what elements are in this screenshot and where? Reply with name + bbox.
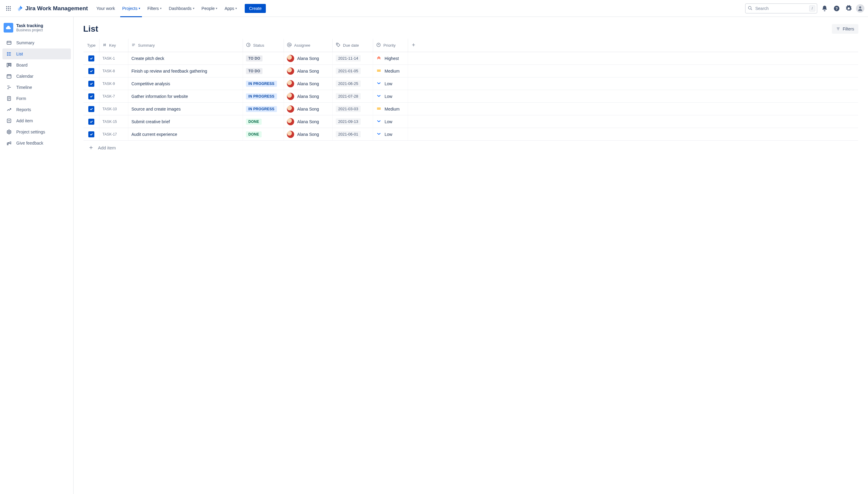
notifications-button[interactable] xyxy=(820,4,829,13)
cell-status[interactable]: TO DO xyxy=(243,52,283,64)
cell-spacer xyxy=(408,90,418,102)
cell-status[interactable]: DONE xyxy=(243,128,283,140)
search-input[interactable] xyxy=(745,3,817,14)
table-row[interactable]: TASK-15Submit creative briefDONEAlana So… xyxy=(84,115,858,128)
sidebar-item-add[interactable]: Add item xyxy=(2,115,71,126)
list-icon xyxy=(6,51,12,57)
cell-status[interactable]: DONE xyxy=(243,115,283,128)
cell-type[interactable] xyxy=(84,115,99,128)
project-header[interactable]: Task tracking Business project xyxy=(2,22,71,37)
nav-projects[interactable]: Projects▾ xyxy=(119,4,143,13)
cell-duedate[interactable]: 2021-11-14 xyxy=(332,52,373,64)
sidebar-item-list[interactable]: List xyxy=(2,49,71,59)
app-switcher[interactable] xyxy=(4,4,13,13)
cell-summary[interactable]: Submit creative brief xyxy=(128,115,243,128)
cell-summary[interactable]: Audit current experience xyxy=(128,128,243,140)
cell-assignee[interactable]: Alana Song xyxy=(283,115,332,128)
cell-duedate[interactable]: 2021-09-13 xyxy=(332,115,373,128)
cell-summary[interactable]: Create pitch deck xyxy=(128,52,243,64)
cell-priority[interactable]: Medium xyxy=(373,103,408,115)
table-row[interactable]: TASK-9Competitive analysisIN PROGRESSAla… xyxy=(84,77,858,90)
add-item-row[interactable]: Add item xyxy=(84,141,858,154)
sidebar-item-summary[interactable]: Summary xyxy=(2,37,71,48)
cell-key[interactable]: TASK-15 xyxy=(99,115,128,128)
sidebar-item-reports[interactable]: Reports xyxy=(2,104,71,115)
cell-key[interactable]: TASK-1 xyxy=(99,52,128,64)
cell-assignee[interactable]: Alana Song xyxy=(283,65,332,77)
cell-assignee[interactable]: Alana Song xyxy=(283,128,332,140)
col-key[interactable]: Key xyxy=(99,39,128,52)
cell-duedate[interactable]: 2021-06-01 xyxy=(332,128,373,140)
table-row[interactable]: TASK-7Gather information for websiteIN P… xyxy=(84,90,858,103)
task-type-icon xyxy=(88,81,94,87)
cell-summary[interactable]: Competitive analysis xyxy=(128,77,243,90)
cell-type[interactable] xyxy=(84,128,99,140)
col-add[interactable] xyxy=(408,39,418,52)
sidebar-item-feedback[interactable]: Give feedback xyxy=(2,138,71,149)
cell-priority[interactable]: Low xyxy=(373,128,408,140)
avatar xyxy=(287,93,294,100)
cell-status[interactable]: IN PROGRESS xyxy=(243,103,283,115)
nav-apps[interactable]: Apps▾ xyxy=(222,4,240,13)
priority-icon xyxy=(376,68,382,74)
profile-button[interactable] xyxy=(856,4,864,13)
cell-duedate[interactable]: 2021-03-03 xyxy=(332,103,373,115)
cell-priority[interactable]: Medium xyxy=(373,65,408,77)
cell-duedate[interactable]: 2021-01-05 xyxy=(332,65,373,77)
col-assignee[interactable]: Assignee xyxy=(283,39,332,52)
cell-status[interactable]: TO DO xyxy=(243,65,283,77)
cell-duedate[interactable]: 2021-06-25 xyxy=(332,77,373,90)
cell-assignee[interactable]: Alana Song xyxy=(283,90,332,102)
settings-button[interactable] xyxy=(844,4,853,13)
cell-type[interactable] xyxy=(84,65,99,77)
chevron-down-icon: ▾ xyxy=(216,7,217,10)
sidebar-item-board[interactable]: Board xyxy=(2,60,71,71)
cell-duedate[interactable]: 2021-07-28 xyxy=(332,90,373,102)
table-row[interactable]: TASK-8Finish up review and feedback gath… xyxy=(84,65,858,77)
sidebar-item-settings[interactable]: Project settings xyxy=(2,127,71,137)
col-duedate[interactable]: Due date xyxy=(332,39,373,52)
cell-priority[interactable]: Highest xyxy=(373,52,408,64)
cell-status[interactable]: IN PROGRESS xyxy=(243,90,283,102)
cell-summary[interactable]: Gather information for website xyxy=(128,90,243,102)
cell-key[interactable]: TASK-10 xyxy=(99,103,128,115)
cell-assignee[interactable]: Alana Song xyxy=(283,103,332,115)
cell-key[interactable]: TASK-7 xyxy=(99,90,128,102)
cell-priority[interactable]: Low xyxy=(373,115,408,128)
due-date-badge: 2021-09-13 xyxy=(336,118,361,125)
cell-assignee[interactable]: Alana Song xyxy=(283,52,332,64)
cell-key[interactable]: TASK-8 xyxy=(99,65,128,77)
cell-type[interactable] xyxy=(84,77,99,90)
col-priority[interactable]: Priority xyxy=(373,39,408,52)
cell-type[interactable] xyxy=(84,52,99,64)
priority-label: Medium xyxy=(385,107,400,111)
cell-key[interactable]: TASK-9 xyxy=(99,77,128,90)
nav-your-work[interactable]: Your work xyxy=(93,4,118,13)
table-row[interactable]: TASK-17Audit current experienceDONEAlana… xyxy=(84,128,858,141)
table-row[interactable]: TASK-10Source and create imagesIN PROGRE… xyxy=(84,103,858,115)
col-status[interactable]: Status xyxy=(243,39,283,52)
cell-summary[interactable]: Source and create images xyxy=(128,103,243,115)
cell-summary[interactable]: Finish up review and feedback gathering xyxy=(128,65,243,77)
help-button[interactable]: ? xyxy=(832,4,842,13)
brand[interactable]: Jira Work Management xyxy=(15,5,90,12)
cell-type[interactable] xyxy=(84,90,99,102)
cell-key[interactable]: TASK-17 xyxy=(99,128,128,140)
task-type-icon xyxy=(88,55,94,61)
create-button[interactable]: Create xyxy=(245,4,266,13)
nav-people[interactable]: People▾ xyxy=(199,4,221,13)
sidebar-item-timeline[interactable]: Timeline xyxy=(2,82,71,93)
sidebar-item-form[interactable]: Form xyxy=(2,93,71,104)
table-row[interactable]: TASK-1Create pitch deckTO DOAlana Song20… xyxy=(84,52,858,65)
col-type[interactable]: Type xyxy=(84,39,99,52)
cell-priority[interactable]: Low xyxy=(373,90,408,102)
cell-assignee[interactable]: Alana Song xyxy=(283,77,332,90)
nav-filters[interactable]: Filters▾ xyxy=(144,4,165,13)
nav-dashboards[interactable]: Dashboards▾ xyxy=(166,4,198,13)
cell-status[interactable]: IN PROGRESS xyxy=(243,77,283,90)
filters-button[interactable]: Filters xyxy=(832,24,858,34)
cell-priority[interactable]: Low xyxy=(373,77,408,90)
cell-type[interactable] xyxy=(84,103,99,115)
sidebar-item-calendar[interactable]: Calendar xyxy=(2,71,71,82)
col-summary[interactable]: Summary xyxy=(128,39,243,52)
